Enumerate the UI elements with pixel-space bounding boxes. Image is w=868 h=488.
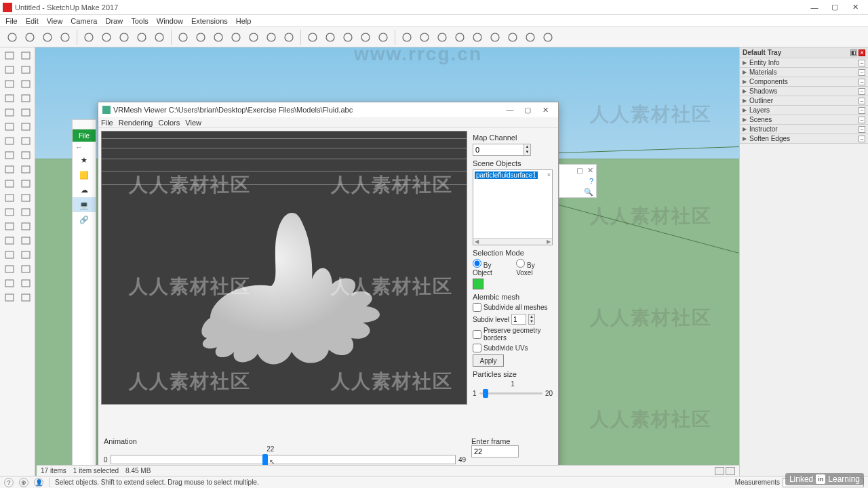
target-icon[interactable] [522, 29, 538, 45]
text-icon[interactable] [1, 205, 17, 219]
tray-item-layers[interactable]: ▶Layers– [740, 106, 868, 115]
tape-icon[interactable] [1, 191, 17, 205]
bezier-icon[interactable] [1, 134, 17, 148]
shape-tri-icon[interactable] [210, 29, 226, 45]
pan-icon[interactable] [18, 248, 33, 262]
enter-frame-input[interactable] [471, 445, 519, 458]
selection-color-swatch[interactable] [473, 279, 484, 289]
menu-draw[interactable]: Draw [102, 17, 125, 25]
subdiv-level-input[interactable] [511, 314, 526, 325]
shape-star-icon[interactable] [245, 29, 262, 45]
dialog-titlebar[interactable]: VRMesh Viewer C:\Users\brian\Desktop\Exe… [98, 102, 558, 117]
box-icon[interactable] [322, 29, 338, 45]
spring-icon[interactable] [357, 29, 374, 45]
dialog-maximize-button[interactable]: ▢ [519, 103, 536, 117]
followme-icon[interactable] [18, 177, 33, 190]
scene-object-item[interactable]: particlefluidsurface1 [475, 171, 538, 179]
tray-item-scenes[interactable]: ▶Scenes– [740, 115, 868, 125]
component-icon[interactable] [18, 291, 33, 304]
look-icon[interactable] [18, 262, 33, 276]
cube-outline-icon[interactable] [452, 29, 468, 45]
tray-close-icon[interactable]: × [859, 49, 865, 56]
explorer-desktop-icon[interactable]: 🟨 [73, 167, 96, 182]
subdivide-uvs-checkbox[interactable]: Subdivide UVs [473, 344, 553, 352]
window-close-button[interactable]: ✕ [845, 1, 865, 14]
tray-pin-icon[interactable]: ◧ [850, 49, 857, 56]
rotated-rect-icon[interactable] [18, 92, 33, 105]
tray-header[interactable]: Default Tray ◧× [740, 47, 868, 58]
rectangle-icon[interactable] [1, 92, 17, 105]
tray-item-entity-info[interactable]: ▶Entity Info– [740, 58, 868, 68]
prev-icon[interactable] [18, 277, 33, 290]
fragment-maximize-icon[interactable]: ▢ [576, 166, 583, 174]
dialog-minimize-button[interactable]: — [501, 103, 519, 117]
eraser-icon[interactable] [18, 63, 33, 77]
subdiv-level-spinner[interactable]: ▲▼ [528, 314, 535, 325]
menu-file[interactable]: File [3, 17, 20, 25]
particles-slider-thumb[interactable] [483, 389, 488, 398]
circle-tool-icon[interactable] [1, 106, 17, 119]
shape-round-icon[interactable] [263, 29, 279, 45]
zoom-extents-icon[interactable] [18, 234, 33, 247]
scene-objects-scrollbar[interactable]: ◀▶ [473, 238, 552, 245]
scene-object-remove-icon[interactable]: × [547, 171, 551, 178]
note-icon[interactable] [434, 29, 450, 45]
circle-icon[interactable] [22, 29, 38, 45]
explorer-back-button[interactable]: ← [73, 142, 96, 152]
layer-icon[interactable] [81, 29, 97, 45]
tray-collapse-icon[interactable]: – [859, 107, 865, 114]
sphere-icon[interactable] [487, 29, 503, 45]
tray-collapse-icon[interactable]: – [859, 69, 865, 76]
new-model-icon[interactable] [4, 29, 20, 45]
menu-camera[interactable]: Camera [68, 17, 100, 25]
zoom-icon[interactable] [1, 234, 17, 247]
dialog-close-button[interactable]: ✕ [536, 103, 554, 117]
layer-front-icon[interactable] [98, 29, 115, 45]
subdivide-all-checkbox[interactable]: Subdivide all meshes [473, 303, 553, 312]
wand-icon[interactable] [540, 29, 556, 45]
polygon-icon[interactable] [18, 106, 33, 119]
tray-item-soften-edges[interactable]: ▶Soften Edges– [740, 134, 868, 144]
view-thumbs-icon[interactable] [726, 467, 735, 475]
paint-icon[interactable] [1, 63, 17, 77]
freehand-icon[interactable] [18, 77, 33, 91]
menu-view[interactable]: View [44, 17, 66, 25]
person-icon[interactable]: 👤 [34, 478, 43, 487]
fragment-close-icon[interactable]: ✕ [587, 166, 593, 174]
dialog-menu-rendering[interactable]: Rendering [119, 119, 153, 127]
menu-help[interactable]: Help [233, 17, 254, 25]
tray-collapse-icon[interactable]: – [859, 126, 865, 133]
shape-hex-icon[interactable] [228, 29, 244, 45]
window-minimize-button[interactable]: — [804, 1, 825, 14]
menu-edit[interactable]: Edit [23, 17, 41, 25]
position-icon[interactable] [1, 277, 17, 290]
cube-select-icon[interactable] [399, 29, 415, 45]
people-icon[interactable] [1, 291, 17, 304]
scale-icon[interactable] [1, 163, 17, 176]
tray-collapse-icon[interactable]: – [859, 136, 865, 142]
shape-rect-icon[interactable] [175, 29, 191, 45]
tray-item-shadows[interactable]: ▶Shadows– [740, 87, 868, 96]
explorer-thispc-icon[interactable]: 💻 [73, 197, 96, 212]
layer-back-icon[interactable] [134, 29, 150, 45]
layer-swap-icon[interactable] [116, 29, 132, 45]
walk-icon[interactable] [1, 262, 17, 276]
ring-icon[interactable] [505, 29, 521, 45]
geo-icon[interactable]: ⊕ [19, 478, 28, 487]
orbit-icon[interactable] [1, 248, 17, 262]
pie-icon[interactable] [18, 120, 33, 134]
dimension-icon[interactable] [1, 220, 17, 233]
map-channel-spinner[interactable]: ▲▼ [524, 144, 531, 156]
tray-collapse-icon[interactable]: – [859, 98, 865, 104]
tray-item-components[interactable]: ▶Components– [740, 77, 868, 87]
cloud-icon[interactable] [57, 29, 73, 45]
explorer-quick-access-icon[interactable]: ★ [73, 152, 96, 167]
cube-icon[interactable] [340, 29, 356, 45]
window-maximize-button[interactable]: ▢ [825, 1, 845, 14]
tray-item-instructor[interactable]: ▶Instructor– [740, 125, 868, 134]
material-icon[interactable] [375, 29, 391, 45]
shape-arc-icon[interactable] [281, 29, 297, 45]
map-channel-input[interactable] [473, 144, 524, 156]
selection-by-object-radio[interactable]: By Object [473, 259, 512, 277]
menu-extensions[interactable]: Extensions [189, 17, 231, 25]
